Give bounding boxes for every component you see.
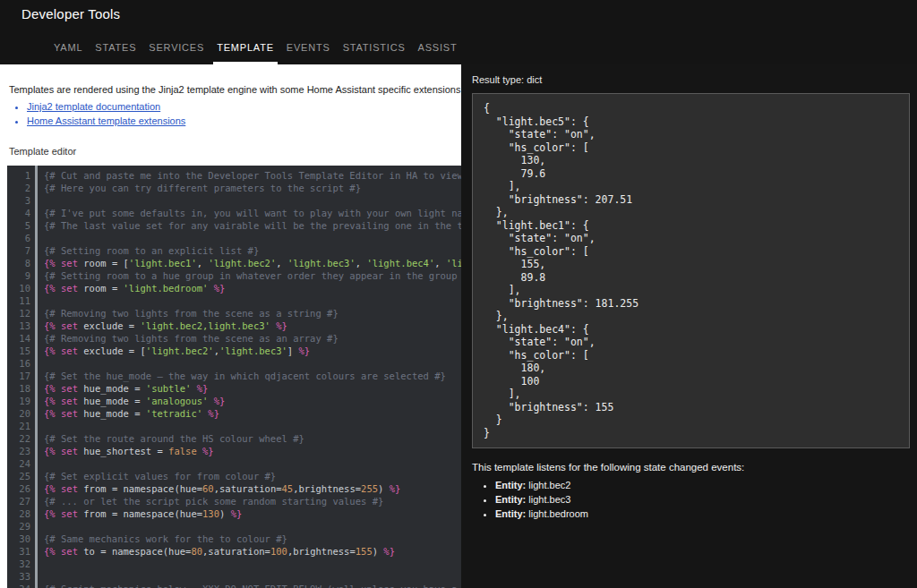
entity-item: Entity: light.bedroom xyxy=(495,508,910,519)
code-line[interactable]: {# Setting room to an explicit list #} xyxy=(44,244,461,257)
result-pane: Result type: dict { "light.bec5": { "sta… xyxy=(461,64,917,588)
code-line[interactable] xyxy=(44,420,461,432)
line-number: 17 xyxy=(7,370,30,382)
line-number: 4 xyxy=(7,207,30,219)
intro-text: Templates are rendered using the Jinja2 … xyxy=(0,64,461,95)
code-line[interactable]: {% set room = 'light.bedroom' %} xyxy=(44,282,461,294)
entity-list: Entity: light.bec2 Entity: light.bec3 En… xyxy=(495,480,910,519)
listens-label: This template listens for the following … xyxy=(472,462,910,473)
tab-bar: YAML STATES SERVICES TEMPLATE EVENTS STA… xyxy=(47,31,464,64)
tab-assist[interactable]: ASSIST xyxy=(412,31,464,64)
code-line[interactable]: {# Set explicit values for from colour #… xyxy=(44,470,461,482)
line-number: 16 xyxy=(7,357,30,370)
code-line[interactable]: {% set hue_mode = 'tetradic' %} xyxy=(44,407,461,420)
line-number: 1 xyxy=(7,169,30,182)
line-number: 25 xyxy=(7,470,30,482)
code-line[interactable]: {# I've put some defaults in, you will w… xyxy=(44,207,461,219)
page-title: Developer Tools xyxy=(0,0,917,21)
code-line[interactable] xyxy=(44,520,461,533)
line-number: 24 xyxy=(7,457,30,470)
line-number: 21 xyxy=(7,420,30,432)
code-line[interactable]: {% set from = namespace(hue=60,saturatio… xyxy=(44,482,461,495)
tab-states[interactable]: STATES xyxy=(89,31,142,64)
line-number: 8 xyxy=(7,257,30,269)
entity-label: Entity: xyxy=(495,480,526,490)
line-number: 2 xyxy=(7,182,30,194)
code-line[interactable]: {# Removing two lights from the scene as… xyxy=(44,332,461,345)
line-number: 32 xyxy=(7,558,30,570)
line-number: 5 xyxy=(7,219,30,232)
line-number: 12 xyxy=(7,307,30,320)
line-number: 26 xyxy=(7,482,30,495)
main-content: Templates are rendered using the Jinja2 … xyxy=(0,64,917,588)
line-number: 29 xyxy=(7,520,30,533)
code-line[interactable]: {% set exclude = ['light.bec2','light.be… xyxy=(44,345,461,357)
line-number: 23 xyxy=(7,445,30,457)
entity-label: Entity: xyxy=(495,508,526,519)
entity-item: Entity: light.bec3 xyxy=(495,494,910,505)
code-line[interactable] xyxy=(44,457,461,470)
code-line[interactable] xyxy=(44,558,461,570)
code-line[interactable]: {# Script mechanics below — XXX DO NOT E… xyxy=(44,583,461,588)
doc-link-item: Jinja2 template documentation xyxy=(27,101,461,112)
editor-code[interactable]: {# Cut and paste me into the Developer T… xyxy=(38,166,461,588)
line-number: 31 xyxy=(7,545,30,558)
line-number: 22 xyxy=(7,432,30,445)
code-line[interactable] xyxy=(44,357,461,370)
line-number: 11 xyxy=(7,294,30,307)
line-number: 7 xyxy=(7,244,30,257)
entity-value: light.bedroom xyxy=(528,508,588,519)
entity-label: Entity: xyxy=(495,494,526,505)
entity-item: Entity: light.bec2 xyxy=(495,480,910,490)
tab-services[interactable]: SERVICES xyxy=(142,31,210,64)
editor-line-numbers: 1234567891011121314151617181920212223242… xyxy=(7,166,35,588)
line-number: 27 xyxy=(7,495,30,507)
entity-value: light.bec2 xyxy=(528,480,570,490)
code-line[interactable]: {% set hue_shortest = false %} xyxy=(44,445,461,457)
code-line[interactable] xyxy=(44,570,461,583)
line-number: 18 xyxy=(7,382,30,395)
code-line[interactable]: {# ... or let the script pick some rando… xyxy=(44,495,461,507)
line-number: 3 xyxy=(7,194,30,207)
link-ha-template-extensions[interactable]: Home Assistant template extensions xyxy=(27,115,185,126)
tab-template[interactable]: TEMPLATE xyxy=(210,31,280,64)
doc-links: Jinja2 template documentation Home Assis… xyxy=(27,101,461,126)
code-line[interactable] xyxy=(44,294,461,307)
code-line[interactable]: {% set hue_mode = 'analogous' %} xyxy=(44,395,461,407)
code-line[interactable]: {# Set the route around the HS colour wh… xyxy=(44,432,461,445)
doc-link-item: Home Assistant template extensions xyxy=(27,115,461,126)
line-number: 9 xyxy=(7,269,30,282)
code-line[interactable] xyxy=(44,232,461,244)
template-editor[interactable]: 1234567891011121314151617181920212223242… xyxy=(7,166,461,588)
code-line[interactable]: {# Same mechanics work for the to colour… xyxy=(44,533,461,545)
tab-events[interactable]: EVENTS xyxy=(280,31,337,64)
code-line[interactable]: {# Cut and paste me into the Developer T… xyxy=(44,169,461,182)
entity-value: light.bec3 xyxy=(528,494,570,505)
line-number: 28 xyxy=(7,507,30,520)
result-output: { "light.bec5": { "state": "on", "hs_col… xyxy=(472,93,910,448)
result-type-label: Result type: dict xyxy=(472,64,910,93)
line-number: 6 xyxy=(7,232,30,244)
code-line[interactable]: {# Set the hue_mode — the way in which q… xyxy=(44,370,461,382)
code-line[interactable]: {# Here you can try different prameters … xyxy=(44,182,461,194)
line-number: 19 xyxy=(7,395,30,407)
code-line[interactable]: {% set room = ['light.bec1', 'light.bec2… xyxy=(44,257,461,269)
code-line[interactable]: {% set hue_mode = 'subtle' %} xyxy=(44,382,461,395)
line-number: 20 xyxy=(7,407,30,420)
tab-yaml[interactable]: YAML xyxy=(47,31,89,64)
code-line[interactable]: {% set exclude = 'light.bec2,light.bec3'… xyxy=(44,320,461,332)
line-number: 34 xyxy=(7,583,30,588)
code-line[interactable]: {% set from = namespace(hue=130) %} xyxy=(44,507,461,520)
link-jinja2-docs[interactable]: Jinja2 template documentation xyxy=(27,101,160,112)
line-number: 13 xyxy=(7,320,30,332)
code-line[interactable]: {# Setting room to a hue group in whatev… xyxy=(44,269,461,282)
line-number: 10 xyxy=(7,282,30,294)
code-line[interactable]: {# The last value set for any vairable w… xyxy=(44,219,461,232)
code-line[interactable] xyxy=(44,194,461,207)
editor-label: Template editor xyxy=(0,130,461,166)
code-line[interactable]: {% set to = namespace(hue=80,saturation=… xyxy=(44,545,461,558)
code-line[interactable]: {# Removing two lights from the scene as… xyxy=(44,307,461,320)
tab-statistics[interactable]: STATISTICS xyxy=(337,31,412,64)
line-number: 14 xyxy=(7,332,30,345)
header: Developer Tools YAML STATES SERVICES TEM… xyxy=(0,0,917,64)
